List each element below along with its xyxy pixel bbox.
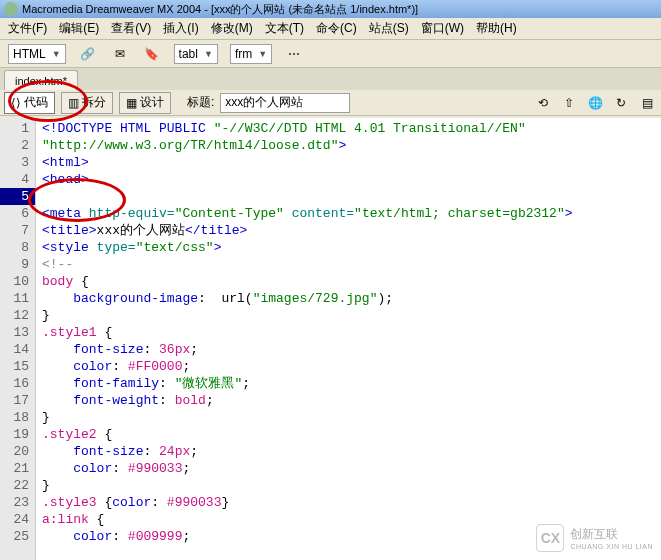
menu-item[interactable]: 文本(T) [265, 20, 304, 37]
code-view-button[interactable]: ⟨⟩ 代码 [4, 92, 55, 114]
nav-icon[interactable]: ⟲ [533, 93, 553, 113]
insert-mode-selector[interactable]: HTML▼ [8, 44, 66, 64]
menu-item[interactable]: 站点(S) [369, 20, 409, 37]
insert-toolbar: HTML▼ 🔗 ✉ 🔖 tabl▼ frm▼ ⋯ [0, 40, 661, 68]
more-icon[interactable]: ⋯ [284, 44, 304, 64]
document-toolbar: ⟨⟩ 代码 ▥ 拆分 ▦ 设计 标题: ⟲ ⇧ 🌐 ↻ ▤ [0, 90, 661, 116]
menu-item[interactable]: 插入(I) [163, 20, 198, 37]
menu-item[interactable]: 窗口(W) [421, 20, 464, 37]
title-input[interactable] [220, 93, 350, 113]
app-icon [4, 2, 18, 16]
split-view-icon: ▥ [68, 96, 79, 110]
title-label: 标题: [187, 94, 214, 111]
menu-item[interactable]: 查看(V) [111, 20, 151, 37]
code-view-icon: ⟨⟩ [11, 96, 21, 110]
split-view-button[interactable]: ▥ 拆分 [61, 92, 113, 114]
menu-item[interactable]: 文件(F) [8, 20, 47, 37]
split-view-label: 拆分 [82, 94, 106, 111]
upload-icon[interactable]: ⇧ [559, 93, 579, 113]
code-editor[interactable]: 1234567891011121314151617181920212223242… [0, 118, 661, 560]
watermark-logo: CX [536, 524, 564, 552]
anchor-icon[interactable]: 🔖 [142, 44, 162, 64]
title-bar: Macromedia Dreamweaver MX 2004 - [xxx的个人… [0, 0, 661, 18]
refresh-icon[interactable]: ↻ [611, 93, 631, 113]
code-view-label: 代码 [24, 94, 48, 111]
document-tab[interactable]: index.htm* [4, 70, 78, 90]
watermark: CX 创新互联 CHUANG XIN HU LIAN [536, 524, 653, 552]
table-dropdown[interactable]: tabl▼ [174, 44, 218, 64]
line-gutter: 1234567891011121314151617181920212223242… [0, 118, 36, 560]
document-tab-bar: index.htm* [0, 68, 661, 90]
design-view-button[interactable]: ▦ 设计 [119, 92, 171, 114]
window-title: Macromedia Dreamweaver MX 2004 - [xxx的个人… [22, 2, 418, 17]
options-icon[interactable]: ▤ [637, 93, 657, 113]
browser-preview-icon[interactable]: 🌐 [585, 93, 605, 113]
menu-item[interactable]: 命令(C) [316, 20, 357, 37]
menu-item[interactable]: 帮助(H) [476, 20, 517, 37]
design-view-icon: ▦ [126, 96, 137, 110]
menu-item[interactable]: 编辑(E) [59, 20, 99, 37]
menu-item[interactable]: 修改(M) [211, 20, 253, 37]
email-icon[interactable]: ✉ [110, 44, 130, 64]
design-view-label: 设计 [140, 94, 164, 111]
hyperlink-icon[interactable]: 🔗 [78, 44, 98, 64]
code-content[interactable]: <!DOCTYPE HTML PUBLIC "-//W3C//DTD HTML … [36, 118, 661, 560]
menu-bar: 文件(F)编辑(E)查看(V)插入(I)修改(M)文本(T)命令(C)站点(S)… [0, 18, 661, 40]
form-dropdown[interactable]: frm▼ [230, 44, 272, 64]
